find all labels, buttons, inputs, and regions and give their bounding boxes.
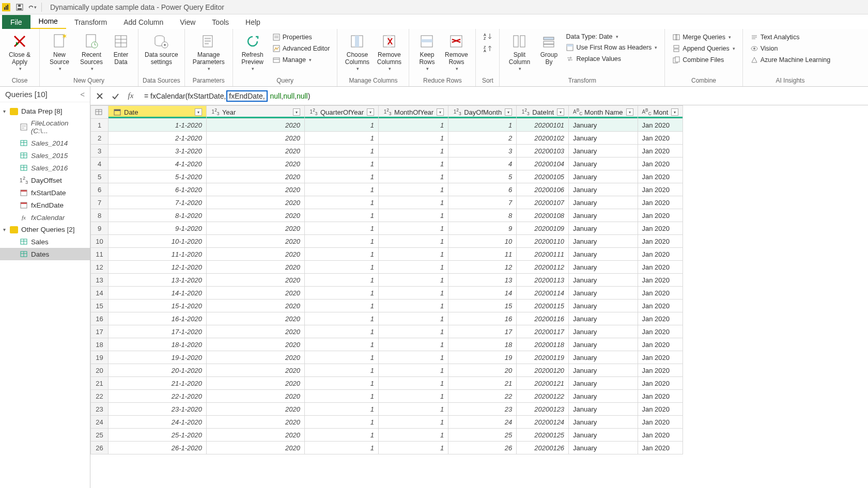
cell-month[interactable]: 1 — [379, 274, 448, 287]
cell-monthshort[interactable]: Jan 2020 — [638, 442, 683, 454]
cell-monthshort[interactable]: Jan 2020 — [638, 338, 683, 351]
choose-columns-button[interactable]: Choose Columns▾ — [342, 31, 373, 73]
row-number[interactable]: 19 — [91, 351, 109, 364]
cell-quarter[interactable]: 1 — [305, 196, 379, 209]
table-row[interactable]: 66-1-2020202011620200106JanuaryJan 2020 — [91, 183, 683, 196]
column-filter-icon[interactable]: ▾ — [671, 108, 678, 116]
cell-quarter[interactable]: 1 — [305, 235, 379, 248]
cell-dateint[interactable]: 20200122 — [517, 390, 569, 403]
cell-year[interactable]: 2020 — [207, 145, 305, 158]
cell-monthname[interactable]: January — [569, 261, 638, 274]
row-number[interactable]: 15 — [91, 300, 109, 312]
new-source-button[interactable]: ✶ New Source▾ — [44, 31, 75, 73]
cell-date[interactable]: 24-1-2020 — [109, 416, 207, 429]
sort-asc-button[interactable]: AZ — [483, 31, 493, 41]
cell-date[interactable]: 12-1-2020 — [109, 261, 207, 274]
cell-dateint[interactable]: 20200104 — [517, 158, 569, 170]
cell-dateint[interactable]: 20200121 — [517, 377, 569, 390]
cell-month[interactable]: 1 — [379, 196, 448, 209]
query-item[interactable]: fxStartDate — [0, 186, 90, 199]
cell-year[interactable]: 2020 — [207, 403, 305, 416]
row-number[interactable]: 10 — [91, 235, 109, 248]
cell-quarter[interactable]: 1 — [305, 209, 379, 222]
row-number[interactable]: 7 — [91, 196, 109, 209]
cell-monthname[interactable]: January — [569, 403, 638, 416]
cell-date[interactable]: 26-1-2020 — [109, 442, 207, 454]
cell-quarter[interactable]: 1 — [305, 183, 379, 196]
cell-month[interactable]: 1 — [379, 119, 448, 132]
cell-monthshort[interactable]: Jan 2020 — [638, 274, 683, 287]
recent-sources-button[interactable]: Recent Sources▾ — [76, 31, 107, 73]
cell-quarter[interactable]: 1 — [305, 338, 379, 351]
tab-view[interactable]: View — [172, 15, 204, 29]
row-number[interactable]: 20 — [91, 364, 109, 377]
cell-date[interactable]: 3-1-2020 — [109, 145, 207, 158]
cell-monthname[interactable]: January — [569, 364, 638, 377]
row-number[interactable]: 21 — [91, 377, 109, 390]
cell-dateint[interactable]: 20200124 — [517, 416, 569, 429]
row-number[interactable]: 3 — [91, 145, 109, 158]
cell-monthshort[interactable]: Jan 2020 — [638, 145, 683, 158]
cell-month[interactable]: 1 — [379, 287, 448, 300]
cell-monthshort[interactable]: Jan 2020 — [638, 351, 683, 364]
cell-quarter[interactable]: 1 — [305, 158, 379, 170]
cell-day[interactable]: 17 — [448, 325, 517, 338]
cell-date[interactable]: 8-1-2020 — [109, 209, 207, 222]
query-item[interactable]: Sales_2015 — [0, 149, 90, 162]
table-corner[interactable] — [91, 106, 109, 119]
cell-year[interactable]: 2020 — [207, 300, 305, 312]
cell-year[interactable]: 2020 — [207, 170, 305, 183]
remove-rows-button[interactable]: Remove Rows▾ — [441, 31, 471, 73]
cell-monthname[interactable]: January — [569, 300, 638, 312]
cell-date[interactable]: 10-1-2020 — [109, 235, 207, 248]
cell-quarter[interactable]: 1 — [305, 403, 379, 416]
cell-year[interactable]: 2020 — [207, 248, 305, 261]
cell-dateint[interactable]: 20200114 — [517, 287, 569, 300]
row-number[interactable]: 5 — [91, 170, 109, 183]
cell-day[interactable]: 8 — [448, 209, 517, 222]
cell-day[interactable]: 2 — [448, 132, 517, 145]
cell-month[interactable]: 1 — [379, 312, 448, 325]
column-filter-icon[interactable]: ▾ — [505, 108, 512, 116]
table-row[interactable]: 11-1-2020202011120200101JanuaryJan 2020 — [91, 119, 683, 132]
cell-date[interactable]: 21-1-2020 — [109, 377, 207, 390]
cell-date[interactable]: 14-1-2020 — [109, 287, 207, 300]
cell-year[interactable]: 2020 — [207, 222, 305, 235]
row-number[interactable]: 11 — [91, 248, 109, 261]
cell-monthshort[interactable]: Jan 2020 — [638, 312, 683, 325]
cell-dateint[interactable]: 20200112 — [517, 261, 569, 274]
formula-accept-button[interactable] — [109, 90, 121, 102]
cell-day[interactable]: 26 — [448, 442, 517, 454]
cell-quarter[interactable]: 1 — [305, 132, 379, 145]
remove-columns-button[interactable]: Remove Columns▾ — [374, 31, 405, 73]
cell-dateint[interactable]: 20200108 — [517, 209, 569, 222]
row-number[interactable]: 25 — [91, 429, 109, 442]
table-row[interactable]: 88-1-2020202011820200108JanuaryJan 2020 — [91, 209, 683, 222]
cell-day[interactable]: 19 — [448, 351, 517, 364]
table-row[interactable]: 1515-1-20202020111520200115JanuaryJan 20… — [91, 300, 683, 312]
cell-month[interactable]: 1 — [379, 261, 448, 274]
cell-quarter[interactable]: 1 — [305, 261, 379, 274]
cell-day[interactable]: 7 — [448, 196, 517, 209]
table-row[interactable]: 1111-1-20202020111120200111JanuaryJan 20… — [91, 248, 683, 261]
replace-values-button[interactable]: Replace Values — [564, 54, 659, 64]
query-item[interactable]: fxEndDate — [0, 199, 90, 211]
cell-quarter[interactable]: 1 — [305, 248, 379, 261]
row-number[interactable]: 4 — [91, 158, 109, 170]
column-filter-icon[interactable]: ▾ — [367, 108, 374, 116]
cell-monthname[interactable]: January — [569, 119, 638, 132]
tab-add-column[interactable]: Add Column — [115, 15, 172, 29]
cell-monthname[interactable]: January — [569, 377, 638, 390]
cell-monthname[interactable]: January — [569, 287, 638, 300]
cell-month[interactable]: 1 — [379, 170, 448, 183]
merge-queries-button[interactable]: Merge Queries▾ — [670, 32, 737, 42]
cell-date[interactable]: 4-1-2020 — [109, 158, 207, 170]
cell-monthname[interactable]: January — [569, 222, 638, 235]
cell-year[interactable]: 2020 — [207, 183, 305, 196]
cell-monthname[interactable]: January — [569, 325, 638, 338]
query-folder[interactable]: ▾Other Queries [2] — [0, 224, 90, 235]
table-row[interactable]: 33-1-2020202011320200103JanuaryJan 2020 — [91, 145, 683, 158]
cell-monthshort[interactable]: Jan 2020 — [638, 377, 683, 390]
cell-quarter[interactable]: 1 — [305, 442, 379, 454]
cell-year[interactable]: 2020 — [207, 132, 305, 145]
